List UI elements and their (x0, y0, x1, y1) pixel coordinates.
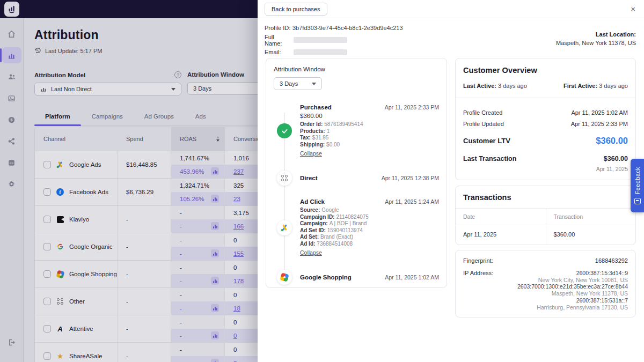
row-checkbox[interactable] (43, 243, 51, 250)
conversions-link[interactable]: 166 (233, 223, 244, 230)
sidebar-item-attribution[interactable] (2, 47, 21, 63)
roas-attributed: - (180, 360, 182, 362)
customer-overview-card: Customer Overview Last Active: 3 days ag… (455, 58, 636, 180)
sidebar-item-share[interactable] (2, 133, 21, 149)
last-location: Last Location: Maspeth, New York 11378, … (556, 31, 636, 46)
tab-ads[interactable]: Ads (185, 108, 217, 125)
col-header-roas[interactable]: ROAS (171, 127, 225, 151)
conversions-link[interactable]: 0 (233, 333, 237, 339)
conversions-link[interactable]: 6 (233, 360, 237, 362)
profile-created-label: Profile Created (463, 109, 502, 116)
feedback-label: Feedback (634, 167, 641, 195)
facebook-icon: f (56, 188, 64, 196)
spend-value: - (118, 261, 171, 287)
app-logo[interactable] (4, 2, 19, 17)
roas-total: - (171, 233, 224, 247)
timeline-event-purchased: Purchased Apr 11, 2025 2:33 PM $360.00 O… (277, 104, 439, 158)
row-checkbox[interactable] (43, 161, 51, 168)
row-checkbox[interactable] (43, 352, 51, 360)
sidebar-item-customers[interactable] (2, 69, 21, 85)
chart-chip-icon (211, 195, 219, 203)
ip-address-label: IP Address: (463, 270, 493, 311)
spend-value: - (118, 288, 171, 315)
panel-attribution-window-select[interactable]: 3 Days (274, 77, 322, 90)
share-nodes-icon (8, 137, 16, 145)
event-timeline: Purchased Apr 11, 2025 2:33 PM $360.00 O… (274, 104, 439, 285)
sidebar-item-finance[interactable]: $ (2, 112, 21, 128)
last-transaction-label: Last Transaction (463, 155, 516, 162)
google-icon (56, 242, 64, 251)
timeline-event-direct: Direct Apr 11, 2025 12:38 PM (277, 171, 439, 186)
conversions-link[interactable]: 23 (233, 196, 240, 202)
back-to-purchases-button[interactable]: Back to purchases (265, 3, 327, 16)
channel-name: Facebook Ads (69, 189, 108, 195)
row-checkbox[interactable] (43, 270, 51, 278)
panel-attribution-window-value: 3 Days (280, 80, 308, 87)
tab-campaigns[interactable]: Campaigns (81, 108, 134, 125)
customer-ltv-label: Customer LTV (463, 137, 510, 145)
sidebar-item-settings[interactable] (2, 176, 21, 192)
roas-attributed: - (180, 223, 182, 230)
image-icon (8, 94, 16, 102)
sort-icon[interactable] (216, 136, 219, 142)
logout-icon (8, 338, 16, 346)
row-checkbox[interactable] (43, 298, 51, 305)
conversions-link[interactable]: 155 (233, 250, 244, 257)
transactions-col-date: Date (456, 208, 546, 225)
panel-attribution-window-label: Attribution Window (274, 66, 439, 72)
profile-created-value: Apr 11, 2025 1:02 AM (571, 109, 628, 116)
sidebar-item-code[interactable]: <> (2, 154, 21, 171)
profile-updated-value: Apr 11, 2025 2:33 PM (571, 121, 628, 127)
feedback-button[interactable]: Feedback (631, 159, 644, 212)
gear-icon (8, 180, 16, 188)
row-checkbox[interactable] (43, 216, 51, 223)
roas-attributed: 453.96% (180, 168, 204, 175)
col-header-spend: Spend (118, 127, 171, 151)
tab-ad-groups[interactable]: Ad Groups (134, 108, 185, 125)
attentive-icon: A (56, 324, 64, 333)
row-checkbox[interactable] (43, 188, 51, 196)
event-title: Direct (300, 175, 318, 181)
conversions-link[interactable]: 237 (233, 168, 244, 175)
attribution-model-label: Attribution Model (34, 72, 85, 78)
roas-attributed: - (180, 250, 182, 257)
close-icon[interactable]: × (631, 5, 635, 13)
full-name-redacted (294, 37, 347, 43)
ip-address-list: 2600:387:15:3d14::9 New York City, New Y… (517, 270, 628, 311)
panel-header: Back to purchases × (258, 0, 644, 18)
sidebar-item-creatives[interactable] (2, 90, 21, 106)
tab-platform[interactable]: Platform (34, 108, 81, 125)
transaction-row-amount: $360.00 (546, 225, 636, 245)
conversions-link[interactable]: 18 (233, 305, 240, 312)
transactions-card: Transactions Date Transaction Apr 11, 20… (455, 186, 636, 245)
svg-text:<>: <> (10, 160, 14, 164)
collapse-link[interactable]: Collapse (300, 249, 322, 256)
row-checkbox[interactable] (43, 325, 51, 333)
spend-value: $6,736.29 (118, 179, 171, 205)
svg-text:$: $ (11, 118, 13, 122)
sidebar-nav: $ <> (0, 18, 24, 362)
last-update-text: Last Update: 5:17 PM (45, 48, 102, 54)
collapse-link[interactable]: Collapse (300, 150, 322, 157)
history-icon (34, 47, 41, 54)
col-header-channel: Channel (35, 127, 118, 151)
channel-name: Google Shopping (69, 271, 117, 277)
code-box-icon: <> (8, 159, 16, 167)
conversions-link[interactable]: 178 (233, 278, 244, 284)
email-redacted (294, 49, 347, 55)
channel-name: Klaviyo (69, 216, 89, 223)
channel-name: ShareASale (69, 353, 102, 359)
channel-name: Attentive (69, 326, 93, 332)
grid-icon (56, 297, 64, 306)
customer-profile-panel: Back to purchases × Profile ID: 3b7fd303… (258, 0, 644, 362)
sidebar-item-home[interactable] (2, 26, 21, 42)
google-shopping-icon (277, 270, 292, 285)
attribution-model-select[interactable]: Last Non Direct (34, 83, 181, 95)
timeline-event-google-shopping: Google Shopping Apr 11, 2025 1:02 AM (277, 270, 439, 285)
sidebar-item-logout[interactable] (2, 334, 21, 350)
channel-name: Google Organic (69, 243, 113, 250)
home-icon (8, 30, 16, 38)
customer-overview-title: Customer Overview (463, 66, 628, 75)
help-icon[interactable]: ? (174, 71, 181, 78)
profile-id-label: Profile ID: (265, 25, 292, 31)
